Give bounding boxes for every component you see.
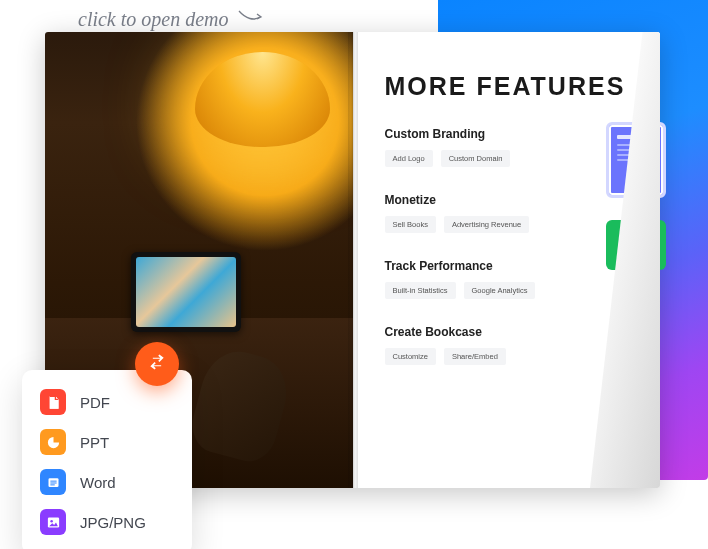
demo-hint-text: click to open demo xyxy=(78,8,229,30)
format-item-word[interactable]: Word xyxy=(38,462,176,502)
preview-card-line xyxy=(617,159,640,161)
format-label: Word xyxy=(80,474,116,491)
swap-fab-button[interactable] xyxy=(135,342,179,386)
section-custom-branding: Custom Branding Add Logo Custom Domain xyxy=(385,127,633,167)
preview-card-line xyxy=(617,149,647,151)
chip-custom-domain[interactable]: Custom Domain xyxy=(441,150,511,167)
svg-rect-3 xyxy=(50,484,54,485)
word-icon xyxy=(40,469,66,495)
chip-advertising-revenue[interactable]: Advertising Revenue xyxy=(444,216,529,233)
preview-card-line xyxy=(617,154,649,156)
chip-builtin-statistics[interactable]: Built-in Statistics xyxy=(385,282,456,299)
pdf-icon xyxy=(40,389,66,415)
page-title: MORE FEATURES xyxy=(385,72,633,101)
chip-customize[interactable]: Customize xyxy=(385,348,436,365)
ppt-icon xyxy=(40,429,66,455)
format-label: PPT xyxy=(80,434,109,451)
hint-arrow-icon xyxy=(238,6,264,29)
section-heading: Custom Branding xyxy=(385,127,633,141)
chip-row: Sell Books Advertising Revenue xyxy=(385,216,633,233)
section-heading: Create Bookcase xyxy=(385,325,633,339)
chip-share-embed[interactable]: Share/Embed xyxy=(444,348,506,365)
swap-icon xyxy=(147,352,167,376)
format-label: PDF xyxy=(80,394,110,411)
book-page-right: MORE FEATURES Custom Branding Add Logo C… xyxy=(353,32,661,488)
svg-rect-2 xyxy=(50,482,56,483)
format-item-image[interactable]: JPG/PNG xyxy=(38,502,176,542)
svg-rect-1 xyxy=(50,480,56,481)
format-list-card: PDF PPT Word JPG/PNG xyxy=(22,370,192,549)
tablet-screen xyxy=(136,257,236,327)
format-label: JPG/PNG xyxy=(80,514,146,531)
section-track-performance: Track Performance Built-in Statistics Go… xyxy=(385,259,633,299)
format-item-ppt[interactable]: PPT xyxy=(38,422,176,462)
chip-sell-books[interactable]: Sell Books xyxy=(385,216,436,233)
format-item-pdf[interactable]: PDF xyxy=(38,382,176,422)
preview-card-document xyxy=(606,122,666,198)
book-spine xyxy=(348,32,358,488)
section-create-bookcase: Create Bookcase Customize Share/Embed xyxy=(385,325,633,365)
section-heading: Monetize xyxy=(385,193,633,207)
svg-point-5 xyxy=(50,520,53,523)
section-heading: Track Performance xyxy=(385,259,633,273)
chip-add-logo[interactable]: Add Logo xyxy=(385,150,433,167)
chip-row: Built-in Statistics Google Analytics xyxy=(385,282,633,299)
preview-card-title-bar xyxy=(617,135,638,139)
chip-row: Add Logo Custom Domain xyxy=(385,150,633,167)
chip-google-analytics[interactable]: Google Analytics xyxy=(464,282,536,299)
tablet-device xyxy=(131,252,241,332)
image-icon xyxy=(40,509,66,535)
section-monetize: Monetize Sell Books Advertising Revenue xyxy=(385,193,633,233)
preview-card-green xyxy=(606,220,666,270)
chip-row: Customize Share/Embed xyxy=(385,348,633,365)
demo-hint: click to open demo xyxy=(78,8,264,31)
preview-card-line xyxy=(617,144,655,146)
